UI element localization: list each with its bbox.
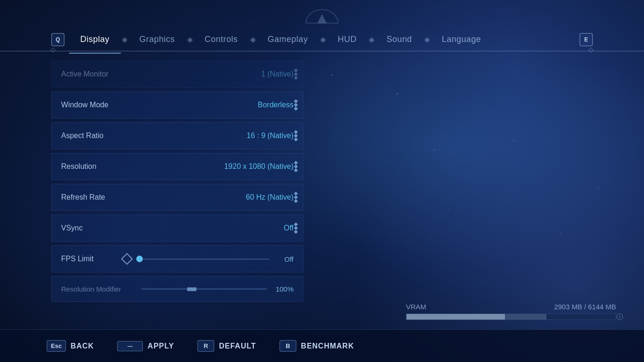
tab-language[interactable]: Language bbox=[431, 31, 492, 48]
nav-tabs: Display ◆ Graphics ◆ Controls ◆ Gameplay… bbox=[69, 31, 575, 48]
settings-list: Active Monitor 1 (Native) Window Mode Bo… bbox=[51, 61, 303, 306]
vram-section: VRAM 2903 MB / 6144 MB i bbox=[406, 303, 616, 320]
setting-active-monitor[interactable]: Active Monitor 1 (Native) bbox=[51, 61, 303, 88]
resolution-modifier-label: Resolution Modifier bbox=[61, 285, 136, 293]
fps-limit-track[interactable] bbox=[137, 258, 269, 260]
refresh-rate-label: Refresh Rate bbox=[61, 193, 105, 202]
setting-resolution-modifier[interactable]: Resolution Modifier 100% bbox=[51, 276, 303, 302]
navigation-bar: Q Display ◆ Graphics ◆ Controls ◆ Gamepl… bbox=[0, 28, 644, 51]
nav-left-key[interactable]: Q bbox=[51, 33, 64, 46]
nav-right-key[interactable]: E bbox=[580, 33, 593, 46]
vram-bar: i bbox=[406, 313, 616, 320]
vram-bar-cached bbox=[505, 314, 547, 320]
aspect-ratio-value: 16 : 9 (Native) bbox=[247, 132, 294, 140]
tab-gameplay[interactable]: Gameplay bbox=[257, 31, 319, 48]
tab-display[interactable]: Display bbox=[69, 31, 121, 48]
default-key: R bbox=[197, 340, 214, 352]
arrow-down bbox=[294, 168, 298, 172]
fps-limit-diamond bbox=[121, 253, 133, 265]
resolution-modifier-thumb[interactable] bbox=[187, 287, 196, 291]
vsync-value: Off bbox=[284, 224, 294, 232]
active-monitor-arrows[interactable] bbox=[294, 69, 297, 79]
setting-resolution[interactable]: Resolution 1920 x 1080 (Native) bbox=[51, 153, 303, 180]
apply-label: APPLY bbox=[147, 342, 174, 350]
top-logo bbox=[303, 5, 341, 28]
setting-vsync[interactable]: VSync Off bbox=[51, 215, 303, 242]
bottom-bar: Esc BACK — APPLY R DEFAULT B BENCHMARK bbox=[0, 329, 644, 362]
tab-sound[interactable]: Sound bbox=[375, 31, 423, 48]
window-mode-label: Window Mode bbox=[61, 101, 108, 109]
active-monitor-label: Active Monitor bbox=[61, 70, 108, 78]
back-key: Esc bbox=[47, 340, 66, 352]
vram-label: VRAM bbox=[406, 303, 426, 311]
setting-fps-limit[interactable]: FPS Limit Off bbox=[51, 245, 303, 272]
fps-slider-track bbox=[137, 258, 269, 260]
nav-corner-right: ◇ bbox=[588, 46, 594, 53]
vram-info-icon[interactable]: i bbox=[616, 313, 623, 320]
nav-sep-6: ◆ bbox=[423, 35, 431, 44]
window-mode-value: Borderless bbox=[258, 101, 294, 109]
vram-header: VRAM 2903 MB / 6144 MB bbox=[406, 303, 616, 311]
tab-hud[interactable]: HUD bbox=[327, 31, 368, 48]
apply-key: — bbox=[117, 341, 143, 351]
window-mode-arrows[interactable] bbox=[294, 100, 297, 110]
arrow-down bbox=[294, 199, 298, 203]
back-action[interactable]: Esc BACK bbox=[47, 340, 94, 352]
default-label: DEFAULT bbox=[219, 342, 256, 350]
setting-window-mode[interactable]: Window Mode Borderless bbox=[51, 91, 303, 118]
fps-limit-value: Off bbox=[275, 255, 294, 263]
resolution-arrows[interactable] bbox=[294, 161, 297, 172]
active-monitor-value: 1 (Native) bbox=[261, 70, 294, 78]
settings-panel: Active Monitor 1 (Native) Window Mode Bo… bbox=[51, 61, 303, 327]
setting-refresh-rate[interactable]: Refresh Rate 60 Hz (Native) bbox=[51, 184, 303, 211]
resolution-modifier-value: 100% bbox=[273, 285, 294, 293]
nav-sep-4: ◆ bbox=[319, 35, 327, 44]
setting-aspect-ratio[interactable]: Aspect Ratio 16 : 9 (Native) bbox=[51, 122, 303, 149]
arrow-down bbox=[294, 76, 298, 80]
vsync-label: VSync bbox=[61, 224, 83, 232]
tab-graphics[interactable]: Graphics bbox=[128, 31, 186, 48]
refresh-rate-arrows[interactable] bbox=[294, 192, 297, 202]
refresh-rate-value: 60 Hz (Native) bbox=[246, 193, 294, 202]
benchmark-label: BENCHMARK bbox=[301, 342, 354, 350]
benchmark-action[interactable]: B BENCHMARK bbox=[280, 340, 354, 352]
nav-sep-1: ◆ bbox=[121, 35, 128, 44]
resolution-modifier-track[interactable] bbox=[141, 288, 267, 290]
fps-slider-thumb[interactable] bbox=[136, 256, 143, 262]
aspect-ratio-arrows[interactable] bbox=[294, 131, 297, 141]
nav-sep-2: ◆ bbox=[186, 35, 194, 44]
default-action[interactable]: R DEFAULT bbox=[197, 340, 256, 352]
nav-sep-3: ◆ bbox=[249, 35, 257, 44]
resolution-value: 1920 x 1080 (Native) bbox=[224, 162, 294, 171]
nav-sep-5: ◆ bbox=[368, 35, 375, 44]
nav-corner-left: ◇ bbox=[50, 46, 56, 53]
fps-limit-label: FPS Limit bbox=[61, 255, 117, 263]
vram-bar-used bbox=[406, 314, 505, 320]
back-label: BACK bbox=[70, 342, 94, 350]
arrow-down bbox=[294, 138, 298, 141]
tab-controls[interactable]: Controls bbox=[194, 31, 249, 48]
arrow-down bbox=[294, 230, 298, 234]
resolution-label: Resolution bbox=[61, 162, 97, 171]
aspect-ratio-label: Aspect Ratio bbox=[61, 132, 104, 140]
apply-action[interactable]: — APPLY bbox=[117, 341, 174, 351]
arrow-down bbox=[294, 107, 298, 111]
vram-value: 2903 MB / 6144 MB bbox=[554, 303, 616, 311]
benchmark-key: B bbox=[280, 340, 296, 352]
vsync-arrows[interactable] bbox=[294, 223, 297, 233]
